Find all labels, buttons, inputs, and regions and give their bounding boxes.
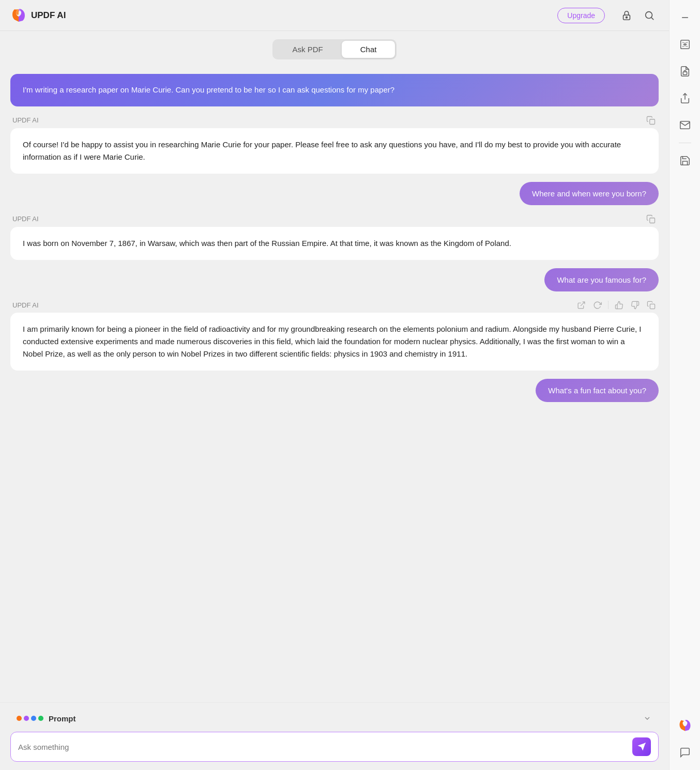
sidebar-divider-1 (679, 143, 691, 143)
dot-purple (24, 716, 29, 721)
sidebar-ocr-button[interactable] (674, 33, 696, 56)
logo-text: UPDF AI (31, 10, 66, 21)
refresh-button[interactable] (592, 300, 603, 311)
ai-label-row-2: UPDF AI (10, 213, 659, 225)
thumbs-down-icon (631, 301, 640, 310)
sidebar-mail-button[interactable] (674, 114, 696, 136)
svg-rect-4 (650, 119, 655, 124)
prompt-dots (17, 716, 43, 721)
logo: UPDF AI (10, 7, 66, 24)
ai-message-group-2: UPDF AI I was born on November 7, 1867, … (10, 213, 659, 260)
sidebar-lock-button[interactable] (674, 60, 696, 83)
input-row (10, 732, 659, 762)
upgrade-button[interactable]: Upgrade (557, 8, 605, 23)
tab-container: Ask PDF Chat (272, 39, 397, 59)
dot-orange (17, 716, 22, 721)
ai-message-bubble-1: Of course! I'd be happy to assist you in… (10, 128, 659, 174)
send-icon (637, 742, 646, 751)
ai-message-group-1: UPDF AI Of course! I'd be happy to assis… (10, 115, 659, 174)
prompt-left: Prompt (17, 714, 76, 723)
updf-logo-icon (10, 7, 27, 24)
chat-input[interactable] (18, 743, 627, 751)
tab-ask-pdf[interactable]: Ask PDF (274, 41, 342, 58)
prompt-row: Prompt (10, 709, 659, 728)
user-bubble-3: What's a fun fact about you? (536, 379, 659, 402)
chevron-down-icon (643, 714, 651, 722)
user-bubble-row-1: Where and when were you born? (10, 182, 659, 205)
bottom-input-area: Prompt (0, 702, 669, 770)
ai-message-bubble-2: I was born on November 7, 1867, in Warsa… (10, 227, 659, 260)
action-separator (608, 301, 608, 309)
user-bubble-2: What are you famous for? (544, 268, 659, 291)
prompt-label: Prompt (49, 714, 76, 723)
user-bubble-row-2: What are you famous for? (10, 268, 659, 291)
right-sidebar (669, 0, 700, 770)
ai-sender-3: UPDF AI (12, 301, 39, 309)
lock-icon-button[interactable] (617, 6, 636, 25)
user-bubble-1: Where and when were you born? (520, 182, 659, 205)
svg-point-1 (626, 17, 628, 18)
copy-icon (646, 116, 656, 125)
sidebar-minimize-button[interactable] (674, 6, 696, 29)
prompt-chevron-button[interactable] (642, 713, 652, 723)
dot-blue (31, 716, 36, 721)
ai-label-row-1: UPDF AI (10, 115, 659, 126)
ai-message-group-3: UPDF AI (10, 300, 659, 371)
updf-small-icon (678, 718, 692, 733)
tab-chat[interactable]: Chat (342, 41, 395, 58)
copy-icon-2 (646, 214, 656, 224)
sidebar-share-button[interactable] (674, 87, 696, 110)
svg-point-2 (646, 11, 652, 18)
minimize-icon (680, 12, 690, 23)
copy-button-2[interactable] (645, 213, 657, 225)
copy-icon-3 (647, 301, 656, 310)
mail-icon (679, 119, 691, 131)
external-link-icon (577, 301, 586, 310)
svg-marker-9 (638, 743, 646, 751)
thumbs-down-button[interactable] (630, 300, 641, 311)
ai-message-bubble-3: I am primarily known for being a pioneer… (10, 313, 659, 371)
share-icon (679, 93, 691, 104)
tab-bar: Ask PDF Chat (0, 31, 669, 66)
sidebar-updf-logo-button[interactable] (674, 714, 696, 737)
save-icon (679, 155, 691, 166)
svg-rect-7 (650, 304, 655, 309)
chat-icon (679, 747, 691, 758)
user-bubble-row-3: What's a fun fact about you? (10, 379, 659, 402)
refresh-icon (593, 301, 602, 310)
svg-line-3 (651, 18, 653, 20)
ai-actions-2 (645, 213, 657, 225)
search-icon-button[interactable] (640, 6, 659, 25)
lock-doc-icon (679, 66, 691, 77)
svg-rect-12 (683, 72, 687, 75)
ai-sender-1: UPDF AI (12, 116, 39, 124)
svg-line-6 (581, 302, 585, 306)
svg-rect-5 (650, 218, 655, 223)
sidebar-save-button[interactable] (674, 149, 696, 172)
ai-label-row-3: UPDF AI (10, 300, 659, 311)
thumbs-up-button[interactable] (614, 300, 625, 311)
copy-button-3[interactable] (646, 300, 657, 311)
ai-sender-2: UPDF AI (12, 215, 39, 223)
send-button[interactable] (632, 737, 651, 756)
ai-actions-1 (645, 115, 657, 126)
ai-actions-3 (576, 300, 657, 311)
search-icon (644, 10, 655, 21)
copy-button-1[interactable] (645, 115, 657, 126)
user-message-1: I'm writing a research paper on Marie Cu… (10, 74, 659, 106)
thumbs-up-icon (615, 301, 623, 310)
dot-green (38, 716, 43, 721)
sidebar-chat-button[interactable] (674, 741, 696, 764)
chat-area: I'm writing a research paper on Marie Cu… (0, 66, 669, 702)
lock-icon (621, 10, 632, 21)
app-header: UPDF AI Upgrade (0, 0, 669, 31)
external-link-button[interactable] (576, 300, 587, 311)
ocr-icon (679, 39, 691, 50)
